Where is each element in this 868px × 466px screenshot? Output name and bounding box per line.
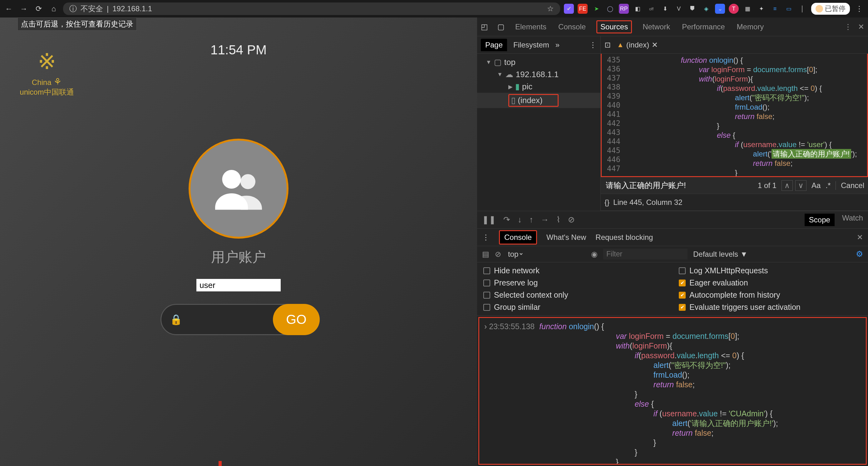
reload-button[interactable]: ⟳ <box>33 3 44 14</box>
close-tab-icon[interactable]: ✕ <box>652 41 658 49</box>
home-button[interactable]: ⌂ <box>48 3 59 14</box>
drawer-menu-icon[interactable]: ⋮ <box>482 233 490 242</box>
ext-icon[interactable]: ⛊ <box>687 4 698 14</box>
context-select[interactable]: top <box>507 250 524 259</box>
ext-icon[interactable]: ⌄ <box>715 4 725 14</box>
sources-navigator: Page Filesystem » ⋮ ▼▢top ▼☁192.168.1.1 … <box>477 36 601 211</box>
find-regex[interactable]: .* <box>826 181 831 190</box>
address-bar[interactable]: ⓘ 不安全 | 192.168.1.1 ☆ <box>63 2 560 15</box>
scope-tab[interactable]: Scope <box>805 214 835 226</box>
console-sidebar-icon[interactable]: ▤ <box>482 250 489 259</box>
go-button[interactable]: GO <box>273 304 320 335</box>
clear-console-icon[interactable]: ⊘ <box>495 250 501 259</box>
braces-icon[interactable]: {} <box>604 198 610 207</box>
opt-preserve-log[interactable]: Preserve log <box>483 278 666 287</box>
tab-memory[interactable]: Memory <box>736 20 765 34</box>
ext-icon[interactable]: V <box>674 4 684 14</box>
console-settings-icon[interactable]: ⚙ <box>856 249 863 259</box>
opt-sel-context[interactable]: Selected context only <box>483 290 666 300</box>
code-nav-icon[interactable]: ⊡ <box>604 41 611 49</box>
opt-group-similar[interactable]: Group similar <box>483 303 666 312</box>
ext-icon[interactable]: ➤ <box>591 4 601 14</box>
ext-icon[interactable]: ◈ <box>701 4 711 14</box>
back-tooltip: 点击可后退，按住可查看历史记录 <box>18 18 137 31</box>
console-filter-input[interactable] <box>603 249 687 259</box>
drawer-console-tab[interactable]: Console <box>499 230 537 245</box>
step-into-icon[interactable]: ↓ <box>518 215 522 224</box>
ext-icon[interactable]: off <box>646 4 656 14</box>
username-input[interactable] <box>196 279 281 291</box>
find-input[interactable] <box>604 180 753 191</box>
tab-elements[interactable]: Elements <box>514 20 548 34</box>
devtools-panel: ◰ ▢ Elements Console Sources Network Per… <box>477 18 868 466</box>
divider: │ <box>798 4 807 14</box>
opt-autocomplete[interactable]: ✔Autocomplete from history <box>679 290 862 300</box>
login-page: ※ China ⚘ unicom中国联通 11:54 PM 用户账户 🔒 GO <box>0 18 477 466</box>
tab-performance[interactable]: Performance <box>681 20 726 34</box>
device-icon[interactable]: ▢ <box>497 23 504 31</box>
pause-icon[interactable]: ❚❚ <box>482 215 496 224</box>
devtools-menu-icon[interactable]: ⋮ <box>844 23 852 31</box>
drawer-tabs: ⋮ Console What's New Request blocking ✕ <box>477 229 868 246</box>
drawer-whatsnew-tab[interactable]: What's New <box>547 233 586 242</box>
ext-icon[interactable]: ≡ <box>770 4 780 14</box>
levels-select[interactable]: Default levels ▼ <box>693 250 748 259</box>
svg-point-0 <box>222 170 241 189</box>
paused-pill[interactable]: 已暂停 <box>811 3 850 15</box>
deactivate-bp-icon[interactable]: ⌇ <box>556 215 560 224</box>
ext-icon[interactable]: ⬇ <box>660 4 670 14</box>
tab-sources[interactable]: Sources <box>596 20 632 33</box>
console-output[interactable]: › 23:53:55.138 function onlogin() { var … <box>478 317 867 465</box>
svg-point-1 <box>240 174 255 189</box>
devtools-close-icon[interactable]: ✕ <box>858 23 864 31</box>
nav-more-icon[interactable]: » <box>555 41 560 49</box>
tree-top[interactable]: ▼▢top <box>477 56 600 68</box>
annotation-mark <box>219 461 222 466</box>
eye-icon[interactable]: ◉ <box>591 250 598 259</box>
forward-button[interactable]: → <box>18 3 29 14</box>
code-editor[interactable]: function onlogin() { var loginForm = doc… <box>623 54 867 176</box>
nav-filesystem-tab[interactable]: Filesystem <box>513 41 549 49</box>
ext-icon[interactable]: ✦ <box>756 4 766 14</box>
editor-tab-index[interactable]: ▲ (index) ✕ <box>615 39 660 51</box>
find-cancel[interactable]: Cancel <box>841 181 864 190</box>
step-out-icon[interactable]: ↑ <box>529 215 533 224</box>
ext-icon[interactable]: ◧ <box>632 4 643 14</box>
ext-icon[interactable]: ◯ <box>605 4 615 14</box>
ext-icon[interactable]: ▭ <box>784 4 794 14</box>
opt-hide-network[interactable]: Hide network <box>483 266 666 275</box>
editor-tab-label: (index) <box>626 41 649 49</box>
find-case[interactable]: Aa <box>811 181 820 190</box>
nav-page-tab[interactable]: Page <box>481 39 507 51</box>
editor-status: {} Line 445, Column 32 <box>601 194 868 211</box>
inspect-icon[interactable]: ◰ <box>481 23 488 31</box>
step-icon[interactable]: → <box>541 215 549 224</box>
step-over-icon[interactable]: ↷ <box>503 215 510 224</box>
line-gutter: 435 436 437 438 439 440 441 442 443 444 … <box>602 54 623 176</box>
drawer-close-icon[interactable]: ✕ <box>857 233 863 242</box>
star-icon[interactable]: ☆ <box>547 4 554 13</box>
ext-icon[interactable]: RP <box>619 4 629 14</box>
find-count: 1 of 1 <box>758 181 777 190</box>
pause-exc-icon[interactable]: ⊘ <box>568 215 575 224</box>
tree-host[interactable]: ▼☁192.168.1.1 <box>477 68 600 81</box>
watch-tab[interactable]: Watch <box>842 214 863 226</box>
ext-icon[interactable]: FE <box>578 4 588 14</box>
opt-log-xhr[interactable]: Log XMLHttpRequests <box>679 266 862 275</box>
ext-icon[interactable]: T <box>729 4 739 14</box>
tree-pic[interactable]: ▶▮pic <box>477 81 600 93</box>
find-next-button[interactable]: ∨ <box>795 180 806 191</box>
ext-icon[interactable]: ▦ <box>742 4 752 14</box>
kebab-menu-icon[interactable]: ⋮ <box>854 3 865 14</box>
find-prev-button[interactable]: ∧ <box>781 180 793 191</box>
tab-console[interactable]: Console <box>557 20 587 34</box>
opt-eval-triggers[interactable]: ✔Evaluate triggers user activation <box>679 303 862 312</box>
drawer-reqblock-tab[interactable]: Request blocking <box>595 233 653 242</box>
insecure-label: 不安全 <box>81 4 103 14</box>
back-button[interactable]: ← <box>3 3 14 14</box>
tree-index[interactable]: ▯ (index) <box>477 93 600 108</box>
opt-eager-eval[interactable]: ✔Eager evaluation <box>679 278 862 287</box>
ext-icon[interactable]: ✔ <box>564 4 574 14</box>
nav-menu-icon[interactable]: ⋮ <box>589 41 597 49</box>
tab-network[interactable]: Network <box>641 20 671 34</box>
